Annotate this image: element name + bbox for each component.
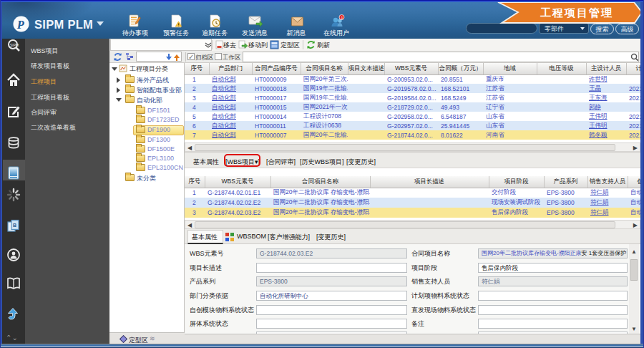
- svg-text:工程项目管理: 工程项目管理: [540, 6, 613, 19]
- svg-text:P: P: [16, 18, 25, 32]
- svg-text:B: B: [13, 223, 16, 228]
- svg-text:SIPM: SIPM: [10, 43, 19, 47]
